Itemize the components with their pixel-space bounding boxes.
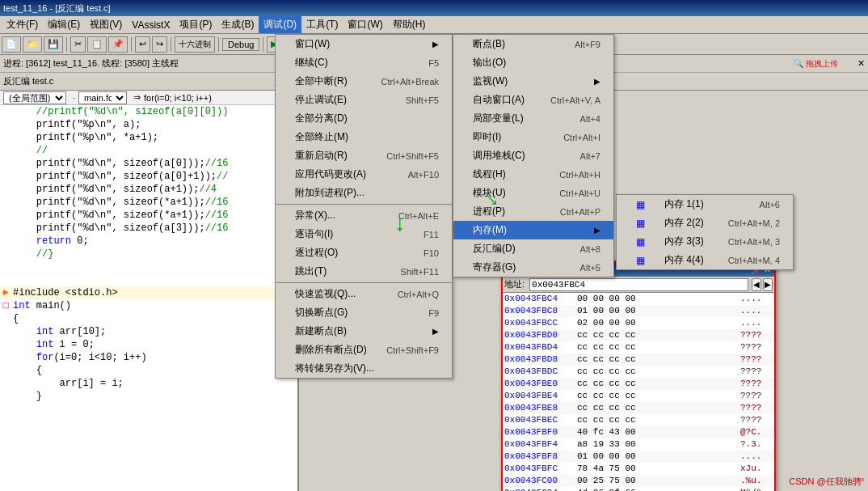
line-code: printf("%d\n", sizeof(a[0]+1));// bbox=[11, 170, 297, 183]
tb-start[interactable]: ▶ bbox=[267, 36, 281, 53]
line-code: printf("%d\n", sizeof(a[0]));//16 bbox=[11, 157, 297, 170]
line-code: int arr[10]; bbox=[11, 325, 297, 338]
title-bar: test_11_16 - [反汇编 test.c] bbox=[0, 0, 868, 16]
line-marker bbox=[0, 248, 11, 260]
tb-paste[interactable]: 📌 bbox=[108, 36, 128, 53]
line-code: //printf("%d\n", sizeof(a[0][0])) bbox=[11, 105, 297, 118]
code-line: //printf("%d\n", sizeof(a[0][0])) bbox=[0, 105, 297, 118]
code-line: return 0; bbox=[0, 235, 297, 248]
menu-view[interactable]: 视图(V) bbox=[85, 16, 127, 33]
line-marker bbox=[0, 222, 11, 235]
tb-step-over[interactable]: → bbox=[357, 36, 373, 53]
debug-badge: Debug bbox=[222, 38, 259, 51]
line-marker bbox=[0, 338, 11, 351]
line-code: int main() bbox=[11, 299, 297, 312]
code-line: printf("%d\n", sizeof(*a+1));//16 bbox=[0, 209, 297, 222]
line-code: #include <stdio.h> bbox=[11, 286, 297, 299]
tb-restart[interactable]: 🔄 bbox=[317, 36, 336, 53]
menu-file[interactable]: 文件(F) bbox=[2, 16, 43, 33]
tb-open[interactable]: 📁 bbox=[23, 36, 42, 53]
line-code: return 0; bbox=[11, 235, 297, 248]
process-bar-x[interactable]: ✕ bbox=[857, 58, 865, 69]
line-code: // bbox=[11, 144, 297, 157]
current-line-marker: ► bbox=[0, 286, 11, 299]
menu-project[interactable]: 项目(P) bbox=[175, 16, 217, 33]
right-panel-label: ▶ Go bbox=[301, 76, 322, 87]
func-select[interactable]: main.for bbox=[78, 91, 127, 104]
nav-arrow: ⇒ bbox=[133, 92, 141, 103]
scope-select[interactable]: (全局范围) bbox=[3, 91, 66, 104]
code-line: printf("%d\n", sizeof(a+1));//4 bbox=[0, 183, 297, 196]
main-area: 反汇编 反汇编 test.ctest.c 📌 ✕ (全局范围) · main.f… bbox=[0, 73, 868, 491]
line-code: { bbox=[11, 312, 297, 325]
tb-copy[interactable]: 📋 bbox=[87, 36, 107, 53]
toolbar-sep-6 bbox=[339, 37, 340, 52]
code-line bbox=[0, 260, 297, 273]
toolbar-sep-4 bbox=[218, 37, 219, 52]
line-code: { bbox=[11, 364, 297, 377]
menu-vassistx[interactable]: VAssistX bbox=[127, 18, 175, 32]
tb-save[interactable]: 💾 bbox=[44, 36, 63, 53]
upload-btn-top[interactable]: 🔍 拖拽上传 bbox=[794, 58, 838, 70]
right-panel: ▶ Go bbox=[299, 73, 868, 491]
code-panel-sub: (全局范围) · main.for ⇒ for(i=0; i<10; i++) bbox=[0, 91, 297, 105]
menu-help[interactable]: 帮助(H) bbox=[388, 16, 431, 33]
process-bar: 进程: [3612] test_11_16. 线程: [3580] 主线程 🔍 … bbox=[0, 55, 868, 73]
line-marker bbox=[0, 170, 11, 183]
code-panel-header: 反汇编 反汇编 test.ctest.c 📌 ✕ bbox=[0, 73, 297, 91]
tb-stop[interactable]: ■ bbox=[301, 36, 315, 53]
tb-cut[interactable]: ✂ bbox=[70, 36, 86, 53]
toolbar-sep-2 bbox=[131, 37, 132, 52]
panel-pin[interactable]: 📌 bbox=[272, 76, 284, 87]
line-marker bbox=[0, 209, 11, 222]
code-line: { bbox=[0, 364, 297, 377]
toolbar-sep-3 bbox=[171, 37, 171, 52]
tb-undo[interactable]: ↩ bbox=[135, 36, 150, 53]
for-text: for(i=0; i<10; i++) bbox=[144, 93, 212, 103]
code-panel: 反汇编 反汇编 test.ctest.c 📌 ✕ (全局范围) · main.f… bbox=[0, 73, 299, 491]
line-marker bbox=[0, 118, 11, 131]
menu-window[interactable]: 窗口(W) bbox=[343, 16, 387, 33]
line-code: } bbox=[11, 390, 297, 403]
tb-hex[interactable]: 十六进制 bbox=[175, 36, 215, 53]
tb-redo[interactable]: ↪ bbox=[152, 36, 167, 53]
code-line: // bbox=[0, 144, 297, 157]
code-line: int i = 0; bbox=[0, 338, 297, 351]
panel-close[interactable]: ✕ bbox=[287, 76, 294, 87]
code-line: { bbox=[0, 312, 297, 325]
line-marker bbox=[0, 131, 11, 144]
toolbar-sep-5 bbox=[263, 37, 263, 52]
line-marker bbox=[0, 273, 11, 286]
line-code: printf("%d\n", sizeof(a[3]));//16 bbox=[11, 222, 297, 235]
line-marker bbox=[0, 144, 11, 157]
line-marker bbox=[0, 196, 11, 209]
line-marker bbox=[0, 312, 11, 325]
line-marker bbox=[0, 235, 11, 248]
line-code bbox=[11, 273, 297, 286]
code-line: printf("%d\n", sizeof(a[0]+1));// bbox=[0, 170, 297, 183]
code-line: int arr[10]; bbox=[0, 325, 297, 338]
disassembly-title: 反汇编 反汇编 test.ctest.c bbox=[3, 75, 53, 87]
title-text: test_11_16 - [反汇编 test.c] bbox=[3, 2, 111, 15]
code-line-highlight: ► #include <stdio.h> bbox=[0, 286, 297, 299]
menu-edit[interactable]: 编辑(E) bbox=[43, 16, 85, 33]
menu-build[interactable]: 生成(B) bbox=[217, 16, 259, 33]
menu-tools[interactable]: 工具(T) bbox=[301, 16, 343, 33]
line-marker bbox=[0, 157, 11, 170]
tb-step-into[interactable]: ↓ bbox=[343, 36, 356, 53]
nav-sep: · bbox=[73, 93, 75, 103]
code-line: } bbox=[0, 390, 297, 403]
menu-debug[interactable]: 调试(D) bbox=[259, 16, 301, 33]
line-marker bbox=[0, 364, 11, 377]
tb-new[interactable]: 📄 bbox=[2, 36, 21, 53]
line-code: printf("%d\n", sizeof(*a+1));//16 bbox=[11, 196, 297, 209]
tb-pause[interactable]: ⏸ bbox=[283, 36, 300, 53]
line-marker bbox=[0, 183, 11, 196]
code-line: for(i=0; i<10; i++) bbox=[0, 351, 297, 364]
line-code: for(i=0; i<10; i++) bbox=[11, 351, 297, 364]
tb-step-out[interactable]: ↑ bbox=[375, 36, 387, 53]
code-line: printf("%d\n", sizeof(*a+1));//16 bbox=[0, 196, 297, 209]
line-marker bbox=[0, 351, 11, 364]
process-info: 进程: [3612] test_11_16. 线程: [3580] 主线程 bbox=[3, 57, 179, 70]
code-line: □ int main() bbox=[0, 299, 297, 312]
